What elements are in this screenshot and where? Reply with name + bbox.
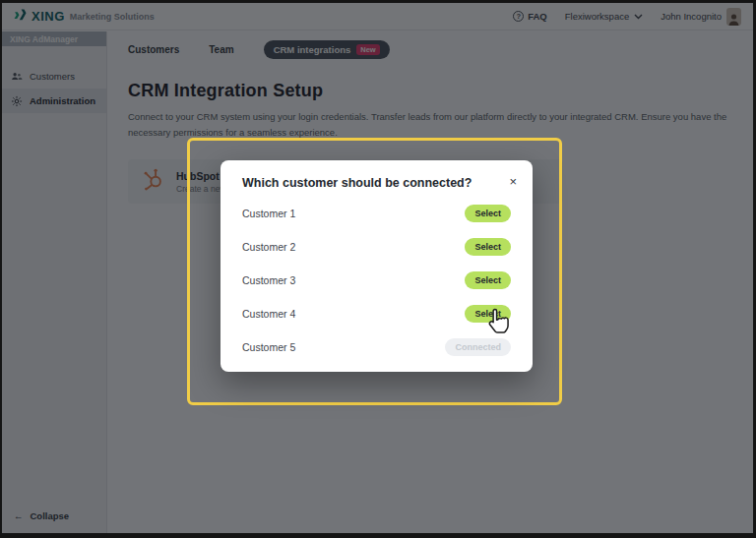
customer-select-modal: Which customer should be connected? × Cu… [220, 160, 533, 372]
customer-row: Customer 3 Select [242, 264, 511, 297]
modal-header: Which customer should be connected? × [242, 173, 511, 190]
app-window: XING Marketing Solutions ? FAQ Flexiwork… [0, 0, 756, 538]
customer-label: Customer 5 [242, 341, 295, 353]
customer-row: Customer 1 Select [242, 197, 511, 230]
customer-label: Customer 2 [242, 241, 295, 253]
select-button-customer-4[interactable]: Select [465, 305, 511, 323]
customer-label: Customer 4 [242, 308, 295, 320]
connected-button-customer-5: Connected [445, 338, 511, 356]
customer-row: Customer 4 Select [242, 297, 511, 330]
customer-list: Customer 1 Select Customer 2 Select Cust… [242, 197, 511, 364]
select-button-customer-3[interactable]: Select [465, 271, 511, 289]
select-button-customer-1[interactable]: Select [465, 205, 511, 222]
modal-title: Which customer should be connected? [242, 176, 472, 190]
customer-label: Customer 3 [242, 274, 295, 286]
customer-row: Customer 2 Select [242, 230, 511, 264]
customer-row: Customer 5 Connected [242, 330, 511, 364]
close-icon[interactable]: × [507, 173, 519, 190]
select-button-customer-2[interactable]: Select [465, 238, 511, 256]
customer-label: Customer 1 [242, 208, 295, 219]
